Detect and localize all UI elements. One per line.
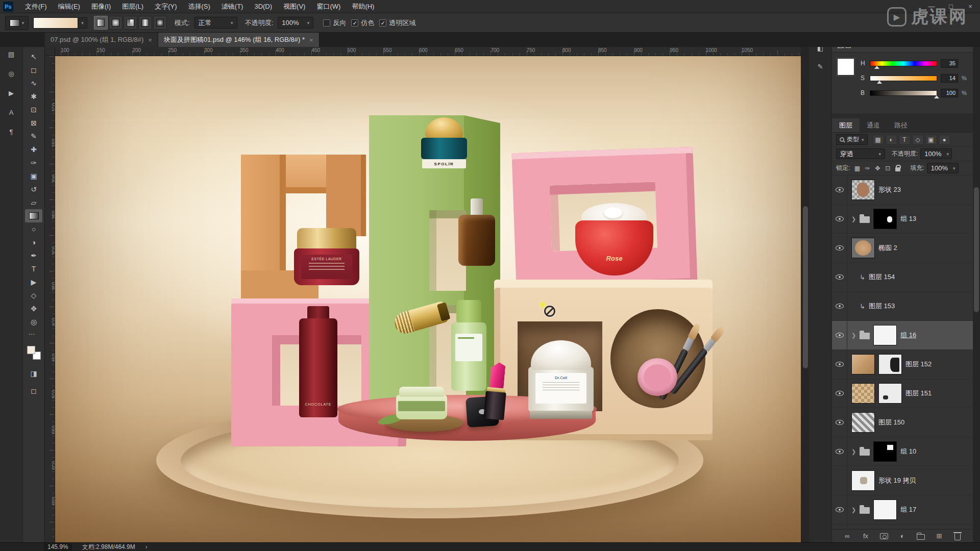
eyedropper-tool[interactable]: ✎ [25,130,42,143]
menubar-item[interactable]: 选择(S) [182,0,215,13]
panel-tab-图层[interactable]: 图层 [832,118,860,132]
checkbox-box[interactable]: ✓ [379,19,386,27]
checkbox-box[interactable] [323,19,330,27]
layer-row[interactable]: ↳图层 153 [832,292,973,321]
menubar-item[interactable]: 3D(D) [249,0,278,13]
frame-tool[interactable]: ⊠ [25,116,42,130]
layer-row[interactable]: 形状 19 拷贝 [832,466,973,495]
path-selection-tool[interactable]: ▶ [25,276,42,289]
tool-preset-picker[interactable]: ▾ [5,16,29,30]
new-layer-icon[interactable]: ⊞ [933,531,945,541]
hand-tool[interactable]: ✥ [25,302,42,315]
menubar-item[interactable]: 图像(I) [86,0,116,13]
blend-mode-select[interactable]: 正常 ▾ [194,17,237,29]
scrollbar-thumb[interactable] [974,187,979,312]
visibility-toggle[interactable] [832,263,847,291]
info-panel-icon[interactable]: ◎ [5,67,17,80]
layer-fill-select[interactable]: 100% ▾ [927,163,959,173]
layer-thumbnail[interactable] [873,499,897,520]
layer-row[interactable]: ↳图层 154 [832,263,973,292]
edit-toolbar-button[interactable]: … [23,329,40,339]
layer-row[interactable]: 形状 23 [832,176,973,205]
gradient-preview[interactable] [33,17,78,29]
checkbox-反向[interactable]: 反向 [323,18,346,28]
checkbox-仿色[interactable]: ✓仿色 [351,18,374,28]
color-swatches[interactable] [27,346,41,360]
slider-thumb[interactable] [874,66,879,69]
layer-name[interactable]: 形状 23 [878,185,901,194]
history-brush-tool[interactable]: ↺ [25,183,42,196]
foreground-color-swatch[interactable] [27,346,35,354]
filter-type-layers-icon[interactable]: T [899,135,911,145]
close-icon[interactable]: × [309,36,313,44]
menubar-item[interactable]: 编辑(E) [53,0,86,13]
panel-tab-通道[interactable]: 通道 [860,118,887,132]
layer-row[interactable]: 椭圆 2 [832,234,973,263]
layer-thumbnail[interactable] [851,354,875,374]
gradient-tool[interactable] [25,209,42,222]
layer-row[interactable]: ❯组 17 [832,495,973,524]
layer-row[interactable]: ❯组 13 [832,205,973,234]
lock-transparency-icon[interactable]: ▦ [852,164,862,173]
layer-row[interactable]: ❯组 16 [832,321,973,350]
layer-row[interactable]: 图层 150 [832,408,973,437]
chevron-right-icon[interactable]: ❯ [851,216,856,222]
lock-artboard-icon[interactable]: ⊡ [883,164,892,173]
brush-tool[interactable]: ✑ [25,156,42,169]
filter-shape-layers-icon[interactable]: ◇ [912,135,924,145]
visibility-toggle[interactable] [832,495,847,524]
chevron-right-icon[interactable]: ❯ [851,448,856,455]
slider-track[interactable] [870,90,937,96]
chevron-right-icon[interactable]: ❯ [851,507,856,513]
menubar-item[interactable]: 滤镜(T) [216,0,249,13]
maximize-button[interactable]: □ [941,0,961,13]
filter-adjustment-layers-icon[interactable]: ◐ [886,135,897,145]
slider-value[interactable]: 100 [941,89,958,97]
status-options-caret[interactable]: › [145,543,148,550]
layer-name[interactable]: 图层 152 [905,360,932,369]
collapsed-panel-icon-b[interactable]: ✎ [814,60,826,72]
layer-thumbnail[interactable] [851,470,875,491]
scrollbar-thumb[interactable] [803,206,808,368]
canvas-vertical-scrollbar[interactable] [802,56,809,542]
dodge-tool[interactable]: ◑ [25,236,42,249]
lock-all-icon[interactable] [893,164,902,173]
reflected-gradient-button[interactable] [138,16,152,30]
filter-toggle-icon[interactable]: ● [939,135,950,145]
lock-position-icon[interactable]: ✥ [873,164,882,173]
opacity-select[interactable]: 100% ▾ [278,17,313,29]
lock-pixels-icon[interactable]: ✑ [863,164,872,173]
slider-value[interactable]: 35 [941,59,958,68]
layer-name[interactable]: 图层 154 [869,272,895,282]
layer-row[interactable]: ❯组 10 [832,437,973,466]
layer-name[interactable]: 组 17 [900,505,916,514]
minimize-button[interactable]: — [922,0,941,13]
menubar-item[interactable]: 视图(V) [278,0,311,13]
layer-mask-thumbnail[interactable] [878,354,902,374]
panel-scrollbar[interactable] [973,33,980,542]
layer-name[interactable]: 组 16 [900,331,916,340]
layer-thumbnail[interactable] [851,180,875,200]
diamond-gradient-button[interactable] [153,16,167,30]
angle-gradient-button[interactable] [124,16,137,30]
zoom-level[interactable]: 145.9% [44,543,72,551]
visibility-toggle[interactable] [832,466,847,495]
visibility-toggle[interactable] [832,234,847,262]
layer-mask-thumbnail[interactable] [878,383,902,404]
layer-blend-mode-select[interactable]: 穿透 ▾ [836,148,885,159]
visibility-toggle[interactable] [832,292,847,320]
adjustment-layer-icon[interactable]: ◐ [896,531,909,541]
slider-value[interactable]: 14 [941,74,958,83]
visibility-toggle[interactable] [832,524,847,529]
visibility-toggle[interactable] [832,408,847,437]
checkbox-box[interactable]: ✓ [351,19,358,27]
libraries-panel-icon[interactable]: ▤ [5,48,17,60]
document-tab[interactable]: 块面及拼图稿01.psd @ 146% (组 16, RGB/8#) *× [158,33,320,47]
paragraph-panel-icon[interactable]: ¶ [5,126,17,138]
filter-pixel-layers-icon[interactable]: ▦ [872,135,884,145]
slider-thumb[interactable] [934,95,939,98]
filter-smart-objects-icon[interactable]: ▣ [925,135,937,145]
menubar-item[interactable]: 文件(F) [19,0,53,13]
visibility-toggle[interactable] [832,350,847,379]
panel-tab-路径[interactable]: 路径 [887,118,915,132]
